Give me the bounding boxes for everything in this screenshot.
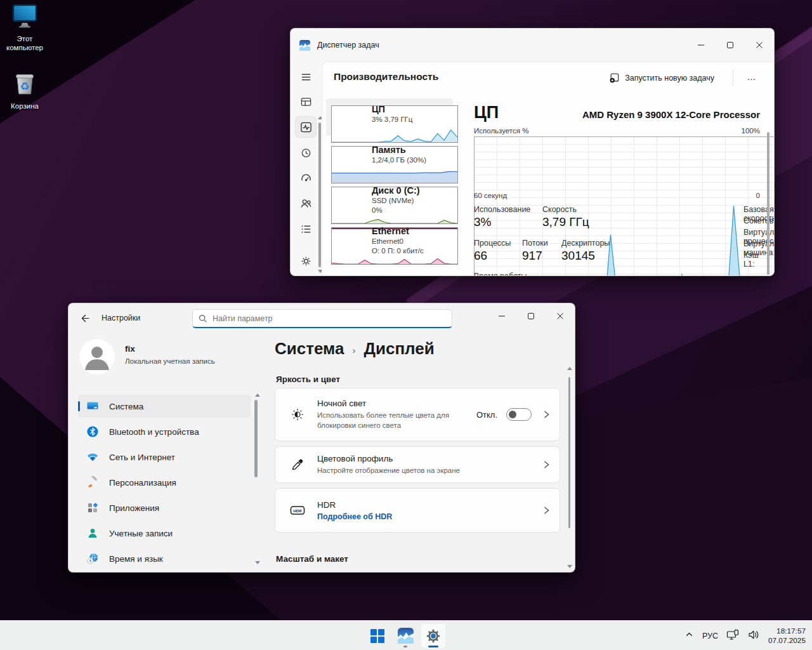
system-icon [86,400,99,413]
main-scroll-up[interactable] [567,367,572,370]
processes-icon[interactable] [295,91,317,112]
header-separator [733,70,733,86]
search-icon [198,314,208,324]
startup-apps-icon[interactable] [295,167,317,189]
sidebar-item-label: Сеть и Интернет [109,453,175,462]
performance-metric-list: ЦП 3% 3,79 ГГц Память 1,2/4,0 ГБ (30%) Д… [326,93,454,275]
run-new-task-label: Запустить новую задачу [625,74,714,83]
user-account-block[interactable]: fix Локальная учетная запись [79,339,115,375]
main-scroll-down[interactable] [567,565,572,568]
windows-start-icon [370,628,385,644]
metric-cpu[interactable]: ЦП 3% 3,79 ГГц [326,98,453,136]
usage-label: Использование [474,205,530,214]
desktop-icon-label: Этот компьютер [1,34,48,52]
tray-volume-icon[interactable] [747,628,760,644]
processes-value: 66 [474,249,487,263]
apps-icon [86,501,99,514]
sidebar-item-personalization[interactable]: Персонализация [78,471,251,494]
settings-gear-taskbar-icon [425,628,442,644]
tray-clock[interactable]: 18:17:57 07.07.2025 [768,627,806,646]
graph-axis-max: 100% [742,127,760,135]
performance-icon[interactable] [295,116,317,138]
night-light-title: Ночной свет [317,399,476,408]
tray-language-indicator[interactable]: РУС [702,632,718,640]
nav-scrollbar[interactable] [254,400,258,477]
cpu-section-title: ЦП [474,103,499,123]
desktop-icon-this-pc[interactable]: Этот компьютер [1,4,48,52]
close-button[interactable] [745,29,774,62]
user-account-type: Локальная учетная запись [125,357,215,365]
handles-label: Дескрипторы [561,239,610,248]
app-history-icon[interactable] [295,142,317,163]
night-light-card[interactable]: Ночной свет Использовать более теплые цв… [275,388,560,441]
active-indicator [428,646,438,647]
sidebar-item-label: Bluetooth и устройства [109,427,199,437]
metric-sub: 1,2/4,0 ГБ (30%) [372,156,426,165]
hdr-card[interactable]: HDR HDR Подробнее об HDR [275,488,560,533]
maximize-button[interactable] [716,29,745,62]
nav-scroll-up[interactable] [255,394,260,397]
running-indicator [403,646,407,647]
speed-value: 3,79 ГГц [542,215,589,229]
color-profile-icon [289,458,306,472]
sidebar-item-accounts[interactable]: Учетные записи [78,522,251,545]
sidebar-item-label: Персонализация [109,478,176,488]
settings-gear-icon[interactable] [295,250,317,272]
start-button[interactable] [365,623,390,649]
breadcrumb-root[interactable]: Система [275,339,344,359]
avatar [79,339,115,375]
taskbar: РУС 18:17:57 07.07.2025 [0,620,812,650]
back-button[interactable] [77,310,93,326]
performance-header: Производительность Запустить новую задач… [322,62,774,93]
sidebar-item-label: Время и язык [109,554,163,564]
settings-nav: Система Bluetooth и устройства Сеть и Ин… [78,395,251,573]
settings-main-panel: Система › Дисплей Яркость и цвет Ночной … [275,303,560,572]
graph-axis-time: 60 секунд [474,192,507,199]
hdr-learn-more-link[interactable]: Подробнее об HDR [317,512,542,521]
desktop-icon-recycle-bin[interactable]: ♻ Корзина [1,70,48,110]
sidebar-item-time-language[interactable]: Время и язык [78,547,251,570]
tray-hidden-icons-chevron[interactable] [684,630,694,642]
metric-sub: О: 0 П: 0 кбит/с [372,246,424,256]
breadcrumb-separator-icon: › [352,342,355,355]
desktop-icon-label: Корзина [1,102,48,110]
new-task-icon [609,72,620,83]
more-options-button[interactable]: … [741,66,763,88]
more-options-label: … [747,72,757,82]
section-scale-layout: Масштаб и макет [276,554,348,564]
color-profile-card[interactable]: Цветовой профиль Настройте отображение ц… [275,446,560,483]
taskbar-settings-button[interactable] [421,623,446,649]
content-scrollbar[interactable] [767,132,769,275]
sidebar-item-system[interactable]: Система [78,395,251,418]
color-profile-description: Настройте отображение цветов на экране [317,465,483,475]
chevron-right-icon [542,460,551,470]
users-icon[interactable] [295,192,317,214]
night-light-toggle[interactable] [506,408,532,421]
breadcrumb-current: Дисплей [363,339,434,359]
graph-axis-zero: 0 [756,192,760,199]
menu-icon[interactable] [295,66,317,88]
hdr-icon: HDR [289,504,306,517]
nav-scroll-down[interactable] [255,561,260,564]
run-new-task-button[interactable]: Запустить новую задачу [603,68,721,88]
minimize-button[interactable] [686,29,716,62]
sidebar-item-apps[interactable]: Приложения [78,496,251,519]
taskbar-task-manager-button[interactable] [393,623,418,649]
sidebar-item-network-internet[interactable]: Сеть и Интернет [78,446,251,468]
night-light-icon [289,408,306,421]
metric-memory[interactable]: Память 1,2/4,0 ГБ (30%) [326,139,453,176]
main-scrollbar[interactable] [566,367,572,568]
sockets-label: Сокетов: [743,216,775,225]
graph-axis-label: Используется % [474,127,528,135]
sidebar-item-label: Система [109,402,143,411]
metric-disk[interactable]: Диск 0 (C:) SSD (NVMe) 0% [326,180,453,217]
metric-sub: 3% 3,79 ГГц [372,115,412,124]
rail-scrollbar[interactable] [318,123,321,267]
sidebar-item-bluetooth-devices[interactable]: Bluetooth и устройства [78,420,251,443]
metric-name: Диск 0 (C:) [372,185,420,196]
tray-network-icon[interactable] [726,628,739,644]
metric-ethernet[interactable]: Ethernet Ethernet0 О: 0 П: 0 кбит/с [326,220,453,258]
cpu-detail-panel: ЦП AMD Ryzen 9 3900X 12-Core Processor И… [454,93,760,275]
task-manager-taskbar-icon [398,628,414,644]
details-icon[interactable] [295,218,317,239]
